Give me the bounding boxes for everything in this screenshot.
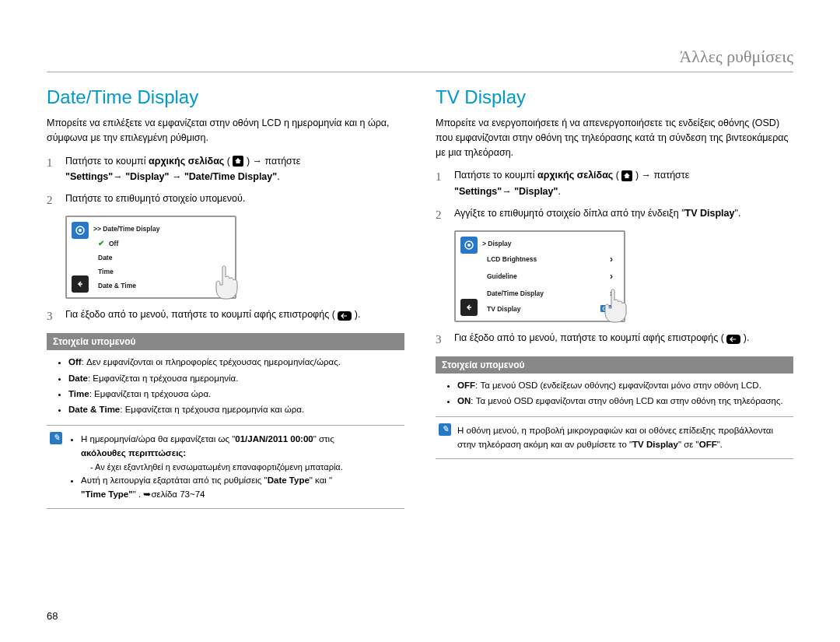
- page-header: Άλλες ρυθμίσεις: [47, 47, 793, 72]
- step-2-left: 2 Πατήστε το επιθυμητό στοιχείο υπομενού…: [47, 191, 404, 209]
- intro-right: Μπορείτε να ενεργοποιήσετε ή να απενεργο…: [436, 116, 793, 160]
- svg-point-6: [467, 244, 471, 247]
- svg-point-2: [79, 229, 82, 232]
- step-2-right: 2 Αγγίξτε το επιθυμητό στοιχείο δίπλα απ…: [436, 205, 793, 224]
- section-title-datetime: Date/Time Display: [47, 86, 404, 108]
- right-column: TV Display Μπορείτε να ενεργοποιήσετε ή …: [436, 86, 793, 509]
- step-number: 1: [47, 153, 58, 185]
- menu-item-brightness[interactable]: LCD Brightness›: [481, 251, 619, 268]
- note-icon: ✎: [439, 423, 451, 436]
- back-icon: [460, 299, 478, 316]
- check-icon: ✔: [98, 239, 104, 247]
- section-title-tv: TV Display: [436, 86, 793, 108]
- touch-hand-icon: [597, 286, 632, 328]
- chevron-right-icon: ›: [610, 271, 613, 282]
- back-icon: [72, 275, 89, 293]
- step-1-left: 1 Πατήστε το κουμπί αρχικής σελίδας ( ) …: [47, 153, 404, 185]
- settings-gear-icon: [460, 237, 478, 254]
- submenu-bullets-left: Off: Δεν εμφανίζονται οι πληροφορίες τρέ…: [47, 355, 404, 417]
- step-number: 3: [47, 307, 58, 325]
- step-number: 2: [47, 191, 58, 209]
- page-number: 68: [47, 610, 58, 622]
- menu-title: > Display: [481, 237, 619, 251]
- home-icon: [621, 168, 632, 184]
- left-column: Date/Time Display Μπορείτε να επιλέξετε …: [47, 86, 404, 509]
- menu-item-guideline[interactable]: Guideline›: [481, 268, 619, 285]
- step-3-left: 3 Για έξοδο από το μενού, πατήστε το κου…: [47, 307, 404, 325]
- chevron-right-icon: ›: [610, 254, 613, 265]
- menu-item-off[interactable]: ✔Off: [92, 236, 230, 251]
- note-box-right: ✎ Η οθόνη μενού, η προβολή μικρογραφιών …: [436, 416, 793, 459]
- divider: [47, 72, 793, 72]
- display-menu-screenshot: > Display LCD Brightness› Guideline› Dat…: [454, 230, 625, 322]
- note-box-left: ✎ Η ημερομηνία/ώρα θα εμφανίζεται ως "01…: [47, 425, 404, 509]
- submenu-title-left: Στοιχεία υπομενού: [47, 333, 404, 350]
- step-3-right: 3 Για έξοδο από το μενού, πατήστε το κου…: [436, 330, 793, 349]
- step-number: 2: [436, 205, 446, 224]
- menu-title: >> Date/Time Display: [92, 222, 230, 236]
- home-icon: [233, 153, 243, 169]
- settings-gear-icon: [72, 222, 89, 239]
- back-icon: [726, 331, 740, 346]
- submenu-title-right: Στοιχεία υπομενού: [436, 356, 793, 374]
- datetime-menu-screenshot: >> Date/Time Display ✔Off Date Time Date…: [65, 216, 236, 299]
- step-number: 3: [436, 330, 446, 349]
- submenu-bullets-right: OFF: Τα μενού OSD (ενδείξεων οθόνης) εμφ…: [436, 378, 793, 409]
- note-icon: ✎: [50, 432, 62, 444]
- step-1-right: 1 Πατήστε το κουμπί αρχικής σελίδας ( ) …: [436, 167, 793, 199]
- touch-hand-icon: [208, 263, 243, 305]
- back-icon: [338, 307, 352, 323]
- step-number: 1: [436, 167, 446, 199]
- intro-left: Μπορείτε να επιλέξετε να εμφανίζεται στη…: [47, 116, 404, 146]
